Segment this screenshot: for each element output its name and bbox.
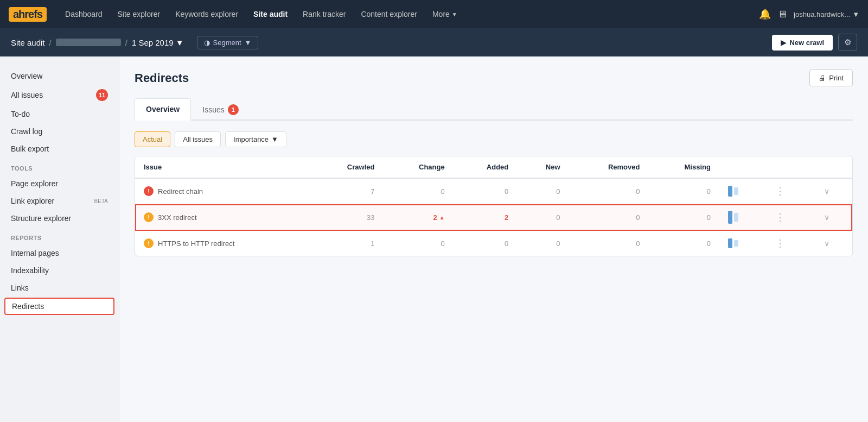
issue-cell-redirect-chain[interactable]: ! Redirect chain <box>135 178 310 204</box>
new-crawl-button[interactable]: ▶ New crawl <box>772 35 833 51</box>
nav-site-explorer[interactable]: Site explorer <box>110 0 168 28</box>
change-number: 2 <box>433 213 437 222</box>
sidebar-structure-explorer-label: Structure explorer <box>11 214 71 223</box>
breadcrumb-date[interactable]: 1 Sep 2019 ▼ <box>132 38 184 47</box>
table-header-row: Issue Crawled Change Added New Removed M… <box>135 156 852 178</box>
link-explorer-beta: BETA <box>94 198 108 204</box>
nav-keywords-explorer[interactable]: Keywords explorer <box>168 0 246 28</box>
settings-button[interactable]: ⚙ <box>838 34 857 51</box>
chart-cell <box>719 204 764 231</box>
sidebar-crawl-log-label: Crawl log <box>11 127 42 136</box>
bar-segment <box>734 240 738 247</box>
sidebar-item-internal-pages[interactable]: Internal pages <box>0 244 119 262</box>
reports-section-label: REPORTS <box>0 227 119 244</box>
monitor-icon[interactable]: 🖥 <box>777 9 787 20</box>
col-added: Added <box>454 156 518 178</box>
tab-issues-label: Issues <box>202 105 224 114</box>
nav-dashboard[interactable]: Dashboard <box>58 0 110 28</box>
bar-segment <box>734 213 738 222</box>
change-value: 0 <box>383 178 453 204</box>
issues-table: Issue Crawled Change Added New Removed M… <box>135 156 852 256</box>
user-menu[interactable]: joshua.hardwick... ▼ <box>794 10 859 18</box>
sidebar-item-overview[interactable]: Overview <box>0 67 119 85</box>
bar-segment <box>728 186 732 197</box>
row-expand-chevron[interactable]: ∨ <box>824 239 829 248</box>
filter-all-issues-button[interactable]: All issues <box>175 131 221 147</box>
sidebar-item-page-explorer[interactable]: Page explorer <box>0 175 119 192</box>
segment-icon: ◑ <box>204 39 210 47</box>
sidebar-item-links[interactable]: Links <box>0 279 119 297</box>
crawled-value: 1 <box>310 231 383 256</box>
sidebar: Overview All issues 11 To-do Crawl log B… <box>0 56 119 422</box>
tab-issues[interactable]: Issues 1 <box>191 98 250 121</box>
nav-more[interactable]: More▼ <box>425 0 465 28</box>
bar-segment <box>728 238 732 248</box>
segment-dropdown-arrow: ▼ <box>245 39 252 47</box>
sidebar-item-link-explorer[interactable]: Link explorer BETA <box>0 192 119 210</box>
issue-cell-3xx[interactable]: ! 3XX redirect <box>135 204 310 231</box>
filter-actual-button[interactable]: Actual <box>135 131 170 147</box>
bell-icon[interactable]: 🔔 <box>759 8 771 20</box>
breadcrumb-separator-2: / <box>125 38 127 47</box>
sidebar-redirects-label: Redirects <box>12 302 44 311</box>
nav-content-explorer[interactable]: Content explorer <box>353 0 425 28</box>
mini-chart <box>728 186 756 197</box>
row-actions-dots[interactable]: ⋮ <box>773 238 787 249</box>
sidebar-item-bulk-export[interactable]: Bulk export <box>0 140 119 158</box>
breadcrumb-separator-1: / <box>49 38 52 47</box>
action-cell[interactable]: ⋮ <box>764 231 815 256</box>
breadcrumb-date-label: 1 Sep 2019 <box>132 38 174 47</box>
added-value: 0 <box>454 231 518 256</box>
sidebar-item-all-issues[interactable]: All issues 11 <box>0 85 119 105</box>
row-actions-dots[interactable]: ⋮ <box>773 186 787 197</box>
sidebar-item-structure-explorer[interactable]: Structure explorer <box>0 210 119 227</box>
print-button[interactable]: 🖨 Print <box>809 70 853 86</box>
removed-value: 0 <box>569 231 649 256</box>
col-new: New <box>517 156 569 178</box>
filter-importance-button[interactable]: Importance ▼ <box>225 131 286 147</box>
table-row: ! Redirect chain 7 0 0 0 0 0 <box>135 178 852 204</box>
row-expand-chevron[interactable]: ∨ <box>824 187 829 196</box>
issue-label: HTTPS to HTTP redirect <box>158 240 234 248</box>
chart-cell <box>719 231 764 256</box>
warning-icon: ! <box>144 212 154 222</box>
expand-cell[interactable]: ∨ <box>815 178 852 204</box>
action-cell[interactable]: ⋮ <box>764 178 815 204</box>
sidebar-item-todo[interactable]: To-do <box>0 105 119 123</box>
row-expand-chevron[interactable]: ∨ <box>824 213 829 222</box>
sub-header: Site audit / / 1 Sep 2019 ▼ ◑ Segment ▼ … <box>0 28 868 56</box>
sidebar-item-redirects[interactable]: Redirects <box>4 298 114 315</box>
issue-cell-https[interactable]: ! HTTPS to HTTP redirect <box>135 231 310 256</box>
logo[interactable]: ahrefs <box>9 7 47 22</box>
crawled-value: 33 <box>310 204 383 231</box>
change-value: 0 <box>383 231 453 256</box>
tab-overview-label: Overview <box>146 105 180 114</box>
nav-site-audit[interactable]: Site audit <box>246 0 295 28</box>
table-row-highlighted: ! 3XX redirect 33 2 ▲ 2 0 <box>135 204 852 231</box>
date-dropdown-arrow: ▼ <box>176 38 184 47</box>
sidebar-overview-label: Overview <box>11 72 42 80</box>
sidebar-item-crawl-log[interactable]: Crawl log <box>0 123 119 140</box>
sidebar-all-issues-label: All issues <box>11 91 43 99</box>
error-icon: ! <box>144 186 154 196</box>
change-up-arrow: ▲ <box>439 215 445 221</box>
more-dropdown-arrow: ▼ <box>452 11 457 17</box>
segment-button[interactable]: ◑ Segment ▼ <box>197 36 259 49</box>
sidebar-item-indexability[interactable]: Indexability <box>0 262 119 279</box>
action-cell[interactable]: ⋮ <box>764 204 815 231</box>
expand-cell[interactable]: ∨ <box>815 204 852 231</box>
page-title: Redirects <box>135 71 189 85</box>
breadcrumb-site-audit[interactable]: Site audit <box>11 38 45 47</box>
main-content: Redirects 🖨 Print Overview Issues 1 Actu… <box>119 56 868 422</box>
nav-links: Dashboard Site explorer Keywords explore… <box>58 0 759 28</box>
new-crawl-label: New crawl <box>789 39 824 47</box>
sidebar-bulk-export-label: Bulk export <box>11 144 49 153</box>
sidebar-links-label: Links <box>11 284 29 292</box>
row-actions-dots[interactable]: ⋮ <box>773 212 787 223</box>
missing-value: 0 <box>648 231 719 256</box>
nav-rank-tracker[interactable]: Rank tracker <box>295 0 353 28</box>
new-value: 0 <box>517 178 569 204</box>
expand-cell[interactable]: ∨ <box>815 231 852 256</box>
tab-overview[interactable]: Overview <box>135 98 191 121</box>
new-crawl-play-icon: ▶ <box>781 39 786 47</box>
